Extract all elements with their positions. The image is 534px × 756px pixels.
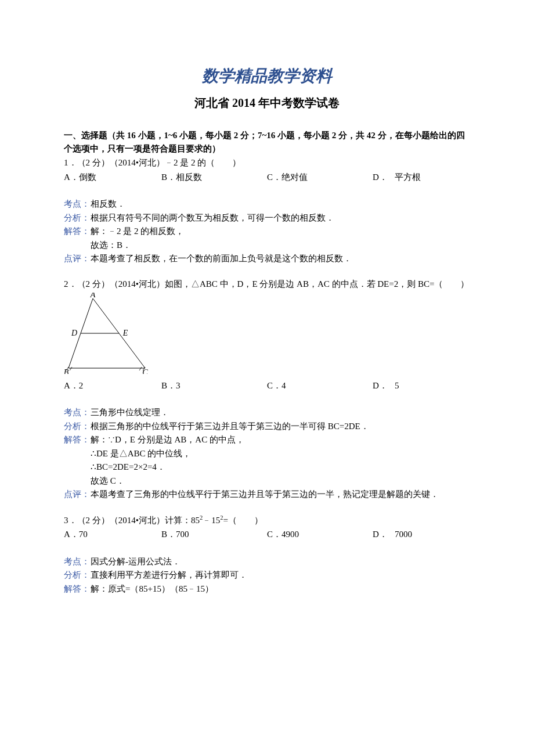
q3-choice-d-label: D． <box>373 528 389 541</box>
q1-choice-b: B．相反数 <box>161 171 267 184</box>
q1-jieda: 解答： 解：﹣2 是 2 的相反数， <box>64 225 470 238</box>
svg-text:C: C <box>142 368 148 374</box>
q2-text: 2．（2 分）（2014•河北）如图，△ABC 中，D，E 分别是边 AB，AC… <box>64 278 470 291</box>
q3-text-prefix: 3．（2 分）（2014•河北）计算：85 <box>64 516 200 525</box>
q2-jieda-line1: 解：∵D，E 分别是边 AB，AC 的中点， <box>91 433 470 447</box>
q1-choice-d-label: D． <box>373 171 389 184</box>
section-header: 一、选择题（共 16 小题，1~6 小题，每小题 2 分；7~16 小题，每小题… <box>64 129 470 155</box>
q3-fenxi: 分析： 直接利用平方差进行分解，再计算即可． <box>64 568 470 582</box>
label-kaodian: 考点： <box>64 555 91 568</box>
svg-text:A: A <box>90 293 96 299</box>
label-dianping: 点评： <box>64 252 91 265</box>
q3-text-mid: ﹣15 <box>203 516 220 525</box>
q3-jieda-line1: 解：原式=（85+15）（85﹣15） <box>91 582 470 596</box>
q2-jieda: 解答： 解：∵D，E 分别是边 AB，AC 的中点， <box>64 433 470 447</box>
q1-text: 1．（2 分）（2014•河北）﹣2 是 2 的（ ） <box>64 156 470 170</box>
q1-choices: A．倒数 B．相反数 C．绝对值 D． 平方根 <box>64 171 470 184</box>
q2-choice-a: A．2 <box>64 379 161 393</box>
q1-jieda-line1: 解：﹣2 是 2 的相反数， <box>91 225 470 238</box>
q2-fenxi: 分析： 根据三角形的中位线平行于第三边并且等于第三边的一半可得 BC=2DE． <box>64 420 470 433</box>
svg-text:E: E <box>122 329 128 337</box>
q1-dianping-value: 本题考查了相反数，在一个数的前面加上负号就是这个数的相反数． <box>91 252 470 265</box>
q2-jieda-line3: ∴BC=2DE=2×2=4． <box>64 460 470 474</box>
q1-fenxi-value: 根据只有符号不同的两个数互为相反数，可得一个数的相反数． <box>91 211 470 225</box>
doc-title: 数学精品教学资料 <box>64 64 470 88</box>
q3-choice-a: A．70 <box>64 528 161 541</box>
q3-choices: A．70 B．700 C．4900 D． 7000 <box>64 528 470 541</box>
q1-kaodian: 考点： 相反数． <box>64 197 470 211</box>
q3-kaodian-value: 因式分解-运用公式法． <box>91 555 470 568</box>
svg-text:B: B <box>64 368 69 374</box>
label-fenxi: 分析： <box>64 568 91 582</box>
svg-line-6 <box>139 367 142 370</box>
q3-choice-d-value: 7000 <box>389 528 470 541</box>
q2-dianping: 点评： 本题考查了三角形的中位线平行于第三边并且等于第三边的一半，熟记定理是解题… <box>64 488 470 501</box>
q1-choice-d-value: 平方根 <box>389 171 470 184</box>
q1-choice-a: A．倒数 <box>64 171 161 184</box>
q3-text-suffix: =（ ） <box>223 516 263 525</box>
svg-line-5 <box>70 367 72 370</box>
q3-choice-c: C．4900 <box>267 528 373 541</box>
q2-kaodian: 考点： 三角形中位线定理． <box>64 406 470 419</box>
label-jieda: 解答： <box>64 225 91 238</box>
q3-fenxi-value: 直接利用平方差进行分解，再计算即可． <box>91 568 470 582</box>
q3-kaodian: 考点： 因式分解-运用公式法． <box>64 555 470 568</box>
exam-title: 河北省 2014 年中考数学试卷 <box>64 94 470 111</box>
label-jieda: 解答： <box>64 433 91 447</box>
q2-choice-c: C．4 <box>267 379 373 393</box>
q3-choice-b: B．700 <box>161 528 267 541</box>
label-kaodian: 考点： <box>64 197 91 211</box>
label-fenxi: 分析： <box>64 420 91 433</box>
label-fenxi: 分析： <box>64 211 91 225</box>
q1-dianping: 点评： 本题考查了相反数，在一个数的前面加上负号就是这个数的相反数． <box>64 252 470 265</box>
label-jieda: 解答： <box>64 582 91 596</box>
q1-fenxi: 分析： 根据只有符号不同的两个数互为相反数，可得一个数的相反数． <box>64 211 470 225</box>
q2-jieda-line4: 故选 C． <box>64 474 470 488</box>
q1-choice-c: C．绝对值 <box>267 171 373 184</box>
q2-triangle-figure: A D E B C <box>64 293 470 378</box>
q2-choice-d-label: D． <box>373 379 389 393</box>
svg-text:D: D <box>71 329 77 337</box>
q2-choice-d-value: 5 <box>389 379 470 393</box>
q3-jieda: 解答： 解：原式=（85+15）（85﹣15） <box>64 582 470 596</box>
q2-jieda-line2: ∴DE 是△ABC 的中位线， <box>64 447 470 460</box>
q1-jieda-line2: 故选：B． <box>64 239 470 252</box>
label-dianping: 点评： <box>64 488 91 501</box>
q2-kaodian-value: 三角形中位线定理． <box>91 406 470 419</box>
q2-choices: A．2 B．3 C．4 D． 5 <box>64 379 470 393</box>
q3-text: 3．（2 分）（2014•河北）计算：852﹣152=（ ） <box>64 513 470 527</box>
q2-fenxi-value: 根据三角形的中位线平行于第三边并且等于第三边的一半可得 BC=2DE． <box>91 420 470 433</box>
q2-dianping-value: 本题考查了三角形的中位线平行于第三边并且等于第三边的一半，熟记定理是解题的关键． <box>91 488 470 501</box>
label-kaodian: 考点： <box>64 406 91 419</box>
q2-choice-b: B．3 <box>161 379 267 393</box>
q1-kaodian-value: 相反数． <box>91 197 470 211</box>
